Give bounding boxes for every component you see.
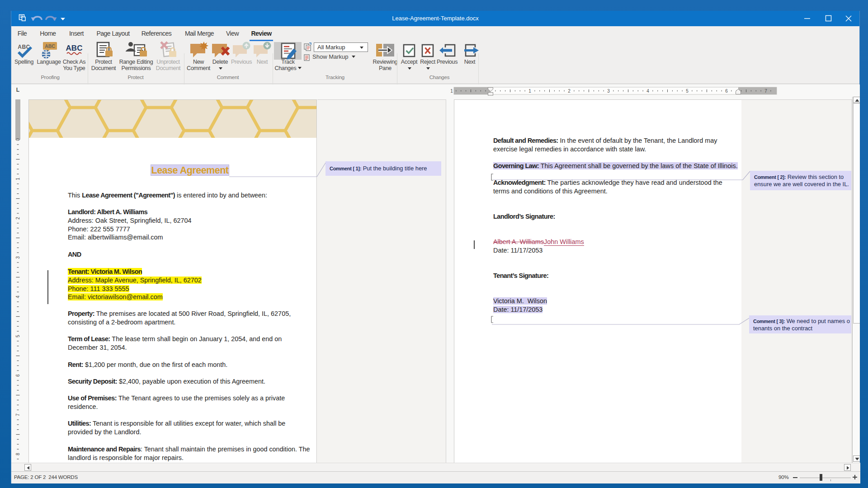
- svg-text:ABC: ABC: [66, 44, 83, 52]
- svg-text:ABC: ABC: [45, 43, 55, 49]
